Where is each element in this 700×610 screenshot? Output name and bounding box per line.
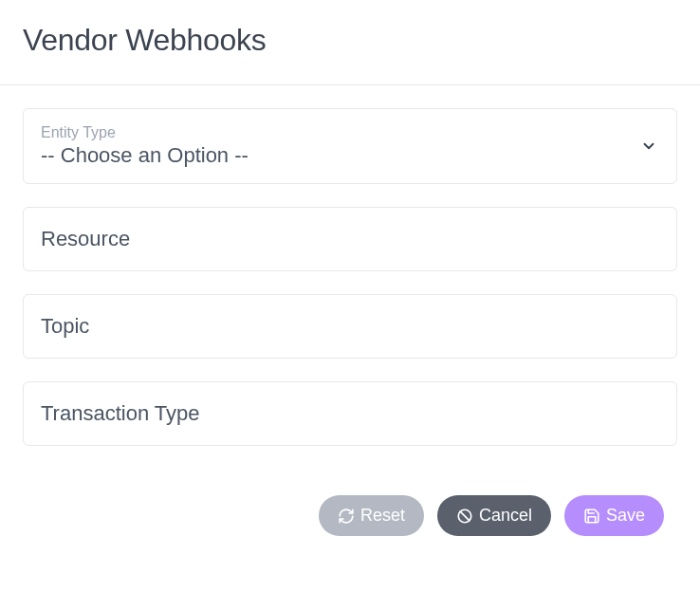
- resource-label: Resource: [41, 223, 659, 255]
- form-container: Entity Type -- Choose an Option -- Resou…: [0, 85, 700, 536]
- reset-button-label: Reset: [360, 506, 405, 526]
- transaction-type-field[interactable]: Transaction Type: [23, 381, 677, 446]
- resource-field[interactable]: Resource: [23, 207, 677, 271]
- cancel-button-label: Cancel: [479, 506, 532, 526]
- topic-label: Topic: [41, 310, 659, 342]
- page-title: Vendor Webhooks: [23, 23, 677, 58]
- reset-button[interactable]: Reset: [319, 495, 424, 536]
- topic-field[interactable]: Topic: [23, 294, 677, 359]
- save-button-label: Save: [606, 506, 645, 526]
- transaction-type-label: Transaction Type: [41, 397, 659, 430]
- page-header: Vendor Webhooks: [0, 0, 700, 85]
- chevron-down-icon: [640, 138, 657, 155]
- button-row: Reset Cancel Save: [23, 469, 677, 536]
- save-icon: [583, 508, 600, 525]
- ban-icon: [456, 508, 473, 525]
- entity-type-select[interactable]: Entity Type -- Choose an Option --: [23, 108, 677, 184]
- save-button[interactable]: Save: [564, 495, 664, 536]
- entity-type-label: Entity Type: [41, 124, 659, 141]
- cancel-button[interactable]: Cancel: [437, 495, 551, 536]
- refresh-icon: [338, 508, 355, 525]
- entity-type-value: -- Choose an Option --: [41, 143, 659, 168]
- svg-line-1: [460, 511, 470, 521]
